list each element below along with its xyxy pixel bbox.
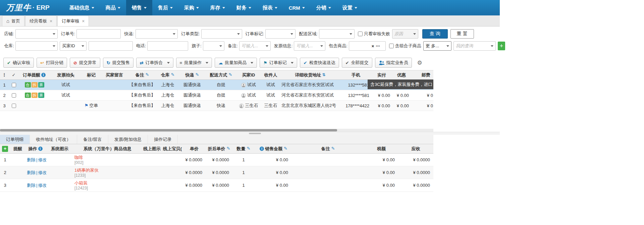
my-query-select[interactable]: 我的查询 [453,41,496,51]
nav-item-crm[interactable]: CRM [283,0,311,15]
batch-add-product-button[interactable]: 批量加商品 [215,58,257,68]
nav-item-basic-info[interactable]: 基础信息 [64,0,100,15]
order-type-select[interactable] [201,29,242,39]
edit-icon [171,72,175,77]
detail-col-7: 单价 [183,144,206,154]
reset-button[interactable]: 重 置 [450,29,474,39]
combo-product-checkbox[interactable] [389,44,394,48]
detail-row[interactable]: 2删除修改1碼事的家伙[1233]¥ 0.0000¥ 0.00001¥ 0.00… [0,166,433,179]
detail-col-8: 折后单价 [206,144,232,154]
nav-item-distribution[interactable]: 分销 [311,0,337,15]
product-name[interactable]: 咖啡 [74,155,141,160]
phone-input[interactable] [147,41,188,51]
warehouse-select[interactable] [15,41,58,51]
nav-item-purchase[interactable]: 采购 [178,0,205,15]
gear-icon[interactable] [417,59,422,66]
nav-item-label: 销售 [132,5,142,11]
order-checkbox[interactable] [12,83,16,87]
info-icon[interactable] [260,147,264,151]
shop-select[interactable] [15,29,58,39]
clear-icon[interactable] [371,44,375,49]
delete-link[interactable]: 删除 [27,170,36,175]
buyer-message-cell [102,101,127,111]
check-express-delivery-button[interactable]: 检查快递送达 [300,58,339,68]
nav-item-sales[interactable]: 销售 [126,0,152,15]
submit-presale-button[interactable]: 提交预售 [103,58,133,68]
tab-home[interactable]: 首页 [2,15,24,26]
buyer-field-select[interactable]: 买家ID [60,41,87,51]
chevron-down-icon [266,45,268,47]
remark-combo[interactable]: 可输入... [239,41,271,51]
order-mark-button[interactable]: 订单标记 [260,58,297,68]
toolbar-button-label: 打回分销 [46,60,63,66]
nav-item-settings[interactable]: 设置 [337,0,363,15]
order-no-input[interactable] [76,29,121,39]
address-cell: 北京北京市东城区唐人街2号 [280,101,340,111]
confirm-audit-button[interactable]: 确认审核 [3,58,34,68]
detail-tab-remark-message[interactable]: 备注/留言 [77,135,108,144]
order-row[interactable]: 3空单【来自售后】上海仓圆通快递快递三生石三生石北京北京市东城区唐人街2号178… [0,101,433,111]
detail-tab-order-detail[interactable]: 订单明细 [0,135,30,144]
express-cell: 圆通快递 [178,80,206,90]
column-label: 销售金额 [265,146,282,151]
close-icon[interactable] [50,18,52,24]
filter-row-1: 店铺: 订单号: 快递: 订单类型: 订单标记: 配送区域: 只看审核失败 原因… [3,29,496,39]
detail-row[interactable]: 1删除修改咖啡[002]¥ 0.0000¥ 0.00001¥ 0.00¥ 0.0… [0,154,433,166]
nav-item-reports[interactable]: 报表 [257,0,283,15]
detail-tab-invoice-extra-info[interactable]: 发票/附加信息 [108,135,148,144]
discount-cell: ¥ 0.00 [392,101,411,111]
express-select[interactable] [136,29,178,39]
edit-link[interactable]: 修改 [38,157,46,162]
close-icon[interactable] [82,18,85,24]
delete-link[interactable]: 删除 [27,157,36,162]
edit-link[interactable]: 修改 [38,183,46,188]
add-query-button[interactable] [498,42,505,50]
detail-tab-receiver-address[interactable]: 收件地址（可改） [30,135,77,144]
search-button[interactable]: 查 询 [422,29,448,39]
order-mark-select[interactable] [265,29,296,39]
product-name[interactable]: 1碼事的家伙 [74,167,141,173]
flag-label: 旗子: [192,43,202,49]
buyer-id-input[interactable] [89,41,133,51]
select-all-icon[interactable] [12,72,16,77]
logo-suffix: · ERP [33,4,50,11]
more-options-icon[interactable] [375,44,381,49]
only-failed-checkbox[interactable] [358,32,363,36]
discount-price-cell: ¥ 0.0000 [206,179,232,192]
submit-all-button[interactable]: 全部提交 [342,58,372,68]
horizontal-scrollbar[interactable] [0,129,433,132]
flag-select[interactable] [203,41,224,51]
panel-splitter[interactable] [0,132,500,135]
submit-exception-button[interactable]: 提交异常 [70,58,100,68]
more-select[interactable]: 更 多... [423,41,451,51]
nav-item-inventory[interactable]: 库存 [205,0,231,15]
online-image-cell [142,179,162,192]
product-name[interactable]: 小箱装 [74,180,141,186]
order-checkbox[interactable] [12,93,16,98]
order-checkbox[interactable] [12,104,16,108]
edit-link[interactable]: 修改 [38,170,46,175]
invoice-combo[interactable]: 可输入... [294,41,325,51]
contains-product-input[interactable] [351,42,371,50]
detail-row[interactable]: 3删除修改小箱装[12423]¥ 0.0000¥ 0.00001¥ 0.00¥ … [0,179,433,192]
nav-item-goods[interactable]: 商品 [100,0,126,15]
sort-icon[interactable] [322,72,325,77]
delete-link[interactable]: 删除 [27,183,36,188]
assign-salesman-button[interactable]: 指定业务员 [375,58,412,68]
add-row-button[interactable] [2,146,8,152]
order-row[interactable]: 2合拆票试试【来自售后】上海仓圆通快递自提试试试试河北省石家庄市长安区试试132… [0,90,433,101]
scrollbar-thumb[interactable] [0,129,337,131]
online-image-cell [142,154,162,166]
return-distribution-button[interactable]: 打回分销 [37,58,67,68]
nav-item-finance[interactable]: 财务 [231,0,257,15]
detail-tab-operation-log[interactable]: 操作记录 [148,135,178,144]
info-icon[interactable] [38,147,43,151]
nav-item-aftersale[interactable]: 售后 [152,0,178,15]
tab-order-audit[interactable]: 订单审核 [57,15,89,26]
info-icon[interactable] [41,73,46,77]
region-select[interactable] [319,29,355,39]
tab-dashboard[interactable]: 经营看板 [25,15,57,26]
order-split-merge-button[interactable]: 订单拆合 [136,58,173,68]
logo[interactable]: 万里牛 · ERP [0,0,64,15]
batch-operation-button[interactable]: 批量操作 [176,58,212,68]
